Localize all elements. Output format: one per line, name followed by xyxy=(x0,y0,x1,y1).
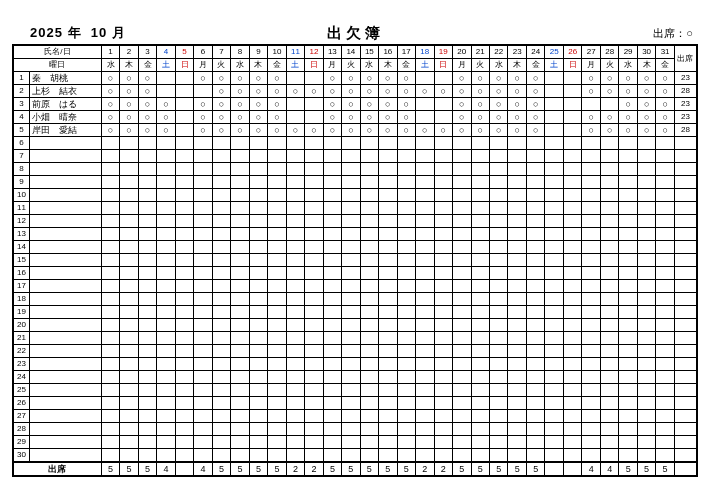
attendance-cell: ○ xyxy=(342,85,360,98)
attendance-cell: ○ xyxy=(526,85,544,98)
attendance-cell xyxy=(434,332,452,345)
attendance-cell xyxy=(656,202,674,215)
attendance-cell xyxy=(397,163,415,176)
attendance-cell xyxy=(231,215,249,228)
attendance-cell xyxy=(249,345,267,358)
attendance-cell xyxy=(563,371,581,384)
table-row: 24 xyxy=(13,371,697,384)
attendance-cell xyxy=(379,241,397,254)
attendance-cell xyxy=(526,293,544,306)
attendance-cell xyxy=(157,371,175,384)
attendance-cell xyxy=(120,137,138,150)
footer-total-cell: 5 xyxy=(268,462,286,476)
attendance-cell xyxy=(342,215,360,228)
attendance-cell xyxy=(342,332,360,345)
attendance-cell xyxy=(490,137,508,150)
attendance-cell xyxy=(194,202,212,215)
weekday-header-cell: 金 xyxy=(268,59,286,72)
attendance-cell xyxy=(157,332,175,345)
attendance-cell xyxy=(563,436,581,449)
row-number: 30 xyxy=(13,449,29,463)
attendance-cell xyxy=(490,449,508,463)
table-row: 27 xyxy=(13,410,697,423)
attendance-cell xyxy=(120,319,138,332)
row-total: 28 xyxy=(674,85,697,98)
day-header: 18 xyxy=(416,45,434,59)
attendance-cell: ○ xyxy=(397,72,415,85)
attendance-cell xyxy=(212,176,230,189)
attendance-cell xyxy=(194,384,212,397)
attendance-cell: ○ xyxy=(434,85,452,98)
attendance-cell xyxy=(157,176,175,189)
attendance-cell xyxy=(286,332,304,345)
attendance-cell xyxy=(286,397,304,410)
row-total xyxy=(674,215,697,228)
attendance-cell: ○ xyxy=(619,72,637,85)
attendance-cell: ○ xyxy=(619,85,637,98)
attendance-cell xyxy=(471,345,489,358)
footer-total-cell: 5 xyxy=(323,462,341,476)
attendance-cell xyxy=(120,267,138,280)
attendance-cell xyxy=(508,306,526,319)
attendance-cell xyxy=(545,228,563,241)
attendance-cell xyxy=(360,449,378,463)
attendance-cell xyxy=(490,228,508,241)
attendance-cell xyxy=(323,254,341,267)
attendance-cell xyxy=(490,410,508,423)
attendance-cell xyxy=(379,449,397,463)
attendance-cell xyxy=(101,254,119,267)
attendance-cell xyxy=(563,345,581,358)
attendance-cell xyxy=(138,150,156,163)
row-number: 19 xyxy=(13,306,29,319)
name-day-header: 氏名/日 xyxy=(13,45,101,59)
attendance-cell xyxy=(157,254,175,267)
table-row: 23 xyxy=(13,358,697,371)
attendance-cell: ○ xyxy=(212,85,230,98)
attendance-cell xyxy=(101,137,119,150)
attendance-cell xyxy=(268,176,286,189)
attendance-cell xyxy=(471,332,489,345)
attendance-cell xyxy=(286,280,304,293)
footer-total-cell: 2 xyxy=(305,462,323,476)
attendance-cell xyxy=(138,319,156,332)
attendance-cell xyxy=(619,267,637,280)
footer-total-cell: 4 xyxy=(157,462,175,476)
attendance-cell: ○ xyxy=(157,111,175,124)
attendance-cell xyxy=(619,280,637,293)
attendance-cell xyxy=(582,449,600,463)
attendance-cell xyxy=(526,423,544,436)
attendance-cell xyxy=(545,124,563,137)
attendance-cell xyxy=(157,449,175,463)
attendance-cell: ○ xyxy=(249,124,267,137)
attendance-cell xyxy=(434,241,452,254)
attendance-cell xyxy=(342,202,360,215)
attendance-cell xyxy=(453,189,471,202)
attendance-cell xyxy=(397,345,415,358)
attendance-cell xyxy=(656,189,674,202)
attendance-cell xyxy=(305,202,323,215)
attendance-cell xyxy=(157,436,175,449)
attendance-cell xyxy=(582,436,600,449)
attendance-cell xyxy=(656,436,674,449)
attendance-cell xyxy=(563,293,581,306)
student-name xyxy=(29,358,101,371)
table-row: 6 xyxy=(13,137,697,150)
attendance-cell xyxy=(194,410,212,423)
attendance-cell xyxy=(138,371,156,384)
attendance-cell xyxy=(360,267,378,280)
attendance-cell xyxy=(600,150,618,163)
attendance-cell xyxy=(656,254,674,267)
attendance-cell: ○ xyxy=(379,124,397,137)
attendance-cell xyxy=(526,358,544,371)
attendance-cell xyxy=(342,163,360,176)
attendance-cell xyxy=(453,306,471,319)
attendance-cell xyxy=(637,306,655,319)
attendance-cell xyxy=(323,241,341,254)
attendance-cell xyxy=(212,280,230,293)
attendance-cell xyxy=(582,280,600,293)
attendance-cell xyxy=(453,202,471,215)
attendance-cell xyxy=(249,267,267,280)
attendance-cell xyxy=(342,358,360,371)
attendance-cell xyxy=(231,371,249,384)
attendance-cell xyxy=(434,449,452,463)
